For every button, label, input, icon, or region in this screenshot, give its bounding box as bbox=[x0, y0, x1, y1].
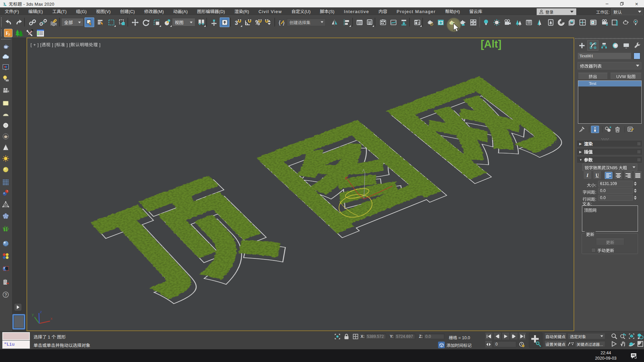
pin-tool-button[interactable] bbox=[578, 126, 586, 133]
kerning-spinner[interactable] bbox=[633, 188, 637, 194]
key-selection-dropdown[interactable]: 选定对象 bbox=[568, 333, 605, 339]
modify-tab[interactable] bbox=[587, 40, 598, 51]
orbit-button[interactable] bbox=[627, 340, 636, 348]
vr-prism-icon[interactable] bbox=[1, 200, 10, 209]
maxscript-listener-white[interactable]: "Liu bbox=[2, 341, 30, 349]
zoom-extents-button[interactable] bbox=[627, 333, 636, 340]
vr-sun-icon[interactable] bbox=[1, 154, 10, 163]
bulb-dashed-icon[interactable] bbox=[631, 17, 640, 27]
trash-tool-button[interactable] bbox=[613, 126, 622, 133]
add-time-tag-button[interactable]: 添加时间标记 bbox=[438, 342, 472, 348]
menu-6[interactable]: 创建(C) bbox=[115, 8, 140, 16]
vr-clipboard-icon[interactable] bbox=[1, 278, 10, 287]
motion-tab[interactable] bbox=[609, 40, 621, 51]
action-center-icon[interactable] bbox=[630, 352, 637, 361]
vr-framebuffer-icon[interactable] bbox=[1, 62, 10, 72]
angle-snap-icon[interactable] bbox=[243, 17, 253, 27]
absgrid-toggle[interactable] bbox=[352, 333, 359, 340]
next-frame-button[interactable] bbox=[510, 333, 518, 340]
utilities-tab[interactable] bbox=[632, 40, 643, 51]
menu-8[interactable]: 动画(A) bbox=[168, 8, 192, 16]
configure-tool-button[interactable] bbox=[627, 126, 635, 133]
underline-button[interactable]: U bbox=[593, 172, 601, 179]
layout-tab-active[interactable] bbox=[12, 314, 25, 329]
z-coordinate-field[interactable]: 0.0 bbox=[424, 334, 444, 339]
rollout-rendering[interactable]: ▶ 渲染 bbox=[577, 140, 642, 147]
unlink-icon[interactable] bbox=[38, 17, 48, 27]
modifier-stack-item-text[interactable]: Text bbox=[578, 81, 641, 86]
rect-region-icon[interactable] bbox=[106, 17, 116, 27]
menu-14[interactable]: Interactive bbox=[339, 8, 374, 16]
object-name-field[interactable]: Text001 bbox=[578, 53, 631, 59]
key-mode-button[interactable] bbox=[485, 341, 492, 348]
object-color-swatch[interactable] bbox=[634, 53, 640, 59]
undo-icon[interactable] bbox=[3, 17, 13, 27]
goto-end-button[interactable] bbox=[519, 333, 526, 340]
select-place-icon[interactable] bbox=[162, 17, 172, 27]
manual-update-checkbox[interactable] bbox=[591, 248, 596, 252]
select-by-name-icon[interactable] bbox=[96, 17, 105, 27]
prev-frame-button[interactable] bbox=[493, 333, 501, 340]
photos-icon[interactable] bbox=[567, 17, 577, 27]
select-object-icon[interactable] bbox=[85, 17, 94, 27]
vr-rect-light-icon[interactable] bbox=[1, 99, 10, 108]
workspace-dropdown[interactable]: 默认 bbox=[611, 8, 643, 15]
minimize-button[interactable]: − bbox=[600, 0, 614, 7]
vr-yellow-ball-icon[interactable] bbox=[1, 165, 10, 174]
menu-18[interactable]: 留云库 bbox=[465, 8, 487, 16]
menu-2[interactable]: 编辑(E) bbox=[24, 8, 48, 16]
menu-9[interactable]: 图形编辑器(D) bbox=[193, 8, 230, 16]
grass-text[interactable]: 顶 图 网 bbox=[69, 56, 575, 330]
display-tab[interactable] bbox=[621, 40, 632, 51]
login-button[interactable]: 登录 bbox=[537, 8, 576, 15]
update-button[interactable]: 更新 bbox=[596, 239, 624, 245]
maxscript-listener-pink[interactable] bbox=[2, 332, 30, 340]
select-manipulate-icon[interactable] bbox=[209, 17, 219, 27]
menu-3[interactable]: 工具(T) bbox=[48, 8, 71, 16]
play-button[interactable] bbox=[502, 333, 509, 340]
lock-toggle[interactable] bbox=[343, 333, 350, 340]
isolate-toggle[interactable] bbox=[334, 333, 341, 340]
align-icon[interactable] bbox=[341, 17, 351, 27]
swirl-icon[interactable] bbox=[556, 17, 566, 27]
snap-3d-icon[interactable]: 3 bbox=[233, 17, 243, 27]
menu-4[interactable]: 组(G) bbox=[71, 8, 92, 16]
state-sets-icon[interactable] bbox=[468, 17, 478, 27]
kerning-field[interactable]: 0.0 bbox=[598, 188, 633, 194]
menu-15[interactable]: 内容 bbox=[374, 8, 392, 16]
menu-16[interactable]: Project Manager bbox=[392, 8, 440, 16]
x-coordinate-field[interactable]: 5389.572 bbox=[365, 334, 386, 339]
layer-explorer-icon[interactable] bbox=[355, 17, 364, 27]
modifier-list-dropdown[interactable]: 修改器列表 bbox=[578, 62, 641, 69]
vr-bulb-board-icon[interactable] bbox=[1, 74, 10, 83]
redo-icon[interactable] bbox=[14, 17, 24, 27]
rendered-frame-icon[interactable] bbox=[436, 17, 445, 27]
select-scale-icon[interactable] bbox=[152, 17, 161, 27]
rollout-interpolation[interactable]: ▶ 插值 bbox=[577, 148, 642, 155]
vr-dome-light-icon[interactable] bbox=[1, 110, 10, 119]
hierarchy-tab[interactable] bbox=[598, 40, 609, 51]
zoom-all-button[interactable] bbox=[619, 333, 627, 340]
menu-7[interactable]: 修改器(M) bbox=[140, 8, 169, 16]
vray-bulb-icon[interactable] bbox=[481, 17, 491, 27]
size-spinner[interactable] bbox=[633, 181, 637, 187]
layers-icon[interactable] bbox=[365, 17, 374, 27]
align-center-button[interactable] bbox=[614, 172, 623, 179]
menu-13[interactable]: 脚本(S) bbox=[315, 8, 339, 16]
maximize-viewport-button[interactable] bbox=[636, 340, 644, 348]
vr-sphere-select-icon[interactable] bbox=[1, 263, 10, 273]
vr-cloud-icon[interactable] bbox=[1, 52, 10, 62]
forestpack-logo-icon[interactable]: Fp bbox=[4, 29, 12, 37]
toolbar-grip[interactable] bbox=[1, 17, 2, 27]
fp-tools-icon[interactable] bbox=[25, 29, 34, 37]
vr-camera-icon[interactable] bbox=[1, 86, 10, 95]
goto-start-button[interactable] bbox=[485, 333, 493, 340]
vr-flower-ball-icon[interactable] bbox=[1, 212, 10, 221]
vray-sun-icon[interactable] bbox=[492, 17, 501, 27]
percent-snap-icon[interactable] bbox=[253, 17, 263, 27]
render-iterative-icon[interactable] bbox=[458, 17, 467, 27]
ribbon-icon[interactable] bbox=[378, 17, 388, 27]
menu-5[interactable]: 视图(V) bbox=[91, 8, 115, 16]
window-crossing-icon[interactable] bbox=[117, 17, 127, 27]
italic-button[interactable]: I bbox=[583, 172, 592, 179]
